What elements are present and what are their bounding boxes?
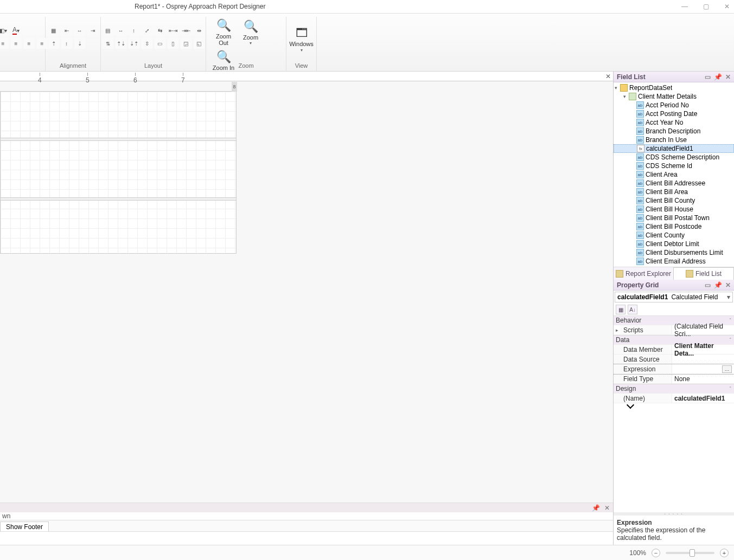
tree-node-field[interactable]: Client Bill County	[614, 196, 734, 205]
property-row-field-type[interactable]: Field Type None	[614, 374, 734, 384]
center-vert-button[interactable]: ▯	[168, 38, 178, 49]
close-icon[interactable]: ✕	[725, 73, 731, 81]
pin-icon[interactable]: 📌	[714, 73, 722, 81]
property-value[interactable]: None	[672, 374, 734, 383]
alphabetical-button[interactable]: A↓	[628, 305, 637, 314]
tree-node-field[interactable]: Client Email Address	[614, 257, 734, 266]
property-object-selector[interactable]: calculatedField1 Calculated Field ▾	[615, 292, 733, 302]
report-canvas[interactable]: 8	[0, 91, 237, 254]
same-width-button[interactable]: ↔	[116, 25, 126, 36]
window-position-icon[interactable]: ▭	[705, 281, 711, 289]
tree-node-field[interactable]: Client Bill Postal Town	[614, 214, 734, 222]
tree-node-dataset[interactable]: ▾ ReportDataSet	[614, 83, 734, 92]
bring-front-button[interactable]: ◲	[181, 38, 192, 49]
send-back-button[interactable]: ◱	[194, 38, 205, 49]
band-separator[interactable]	[1, 197, 236, 201]
vspace-equal-button[interactable]: ⇅	[103, 38, 113, 49]
property-value[interactable]: …	[672, 364, 734, 374]
tab-field-list[interactable]: Field List	[673, 267, 734, 280]
collapse-icon[interactable]: ˄	[729, 386, 732, 391]
vspace-dec-button[interactable]: ⇣⇡	[129, 38, 139, 49]
property-value[interactable]: Client Matter Deta...	[672, 345, 734, 354]
close-button[interactable]: ✕	[724, 3, 730, 10]
minimize-button[interactable]: —	[681, 3, 688, 10]
align-lefts-button[interactable]: ⇤	[61, 25, 72, 36]
property-value[interactable]: (Calculated Field Scri...	[672, 325, 734, 334]
property-value[interactable]: calculatedField1	[672, 394, 734, 403]
align-right-button[interactable]: ≡	[24, 38, 35, 49]
align-rights-button[interactable]: ⇥	[87, 25, 98, 36]
tab-show-footer[interactable]: Show Footer	[0, 522, 49, 531]
property-row-expression[interactable]: Expression …	[614, 364, 734, 374]
zoom-in-button[interactable]: 🔍 Zoom In	[210, 49, 237, 71]
property-row-name[interactable]: (Name) calculatedField1	[614, 394, 734, 403]
hspace-inc-button[interactable]: ⇤⇥	[168, 25, 178, 36]
tree-node-field[interactable]: Client Bill House	[614, 205, 734, 214]
tree-node-field[interactable]: Branch Description	[614, 127, 734, 136]
chevron-down-icon[interactable]: ▾	[727, 293, 730, 301]
hspace-equal-button[interactable]: ⇆	[155, 25, 165, 36]
tree-node-field[interactable]: Client Bill Postcode	[614, 222, 734, 231]
zoom-slider[interactable]	[666, 552, 714, 554]
design-close-icon[interactable]: ✕	[605, 73, 611, 80]
ellipsis-button[interactable]: …	[722, 365, 732, 373]
windows-button[interactable]: 🗔 Windows ▾	[289, 25, 315, 52]
tree-node-field[interactable]: CDS Scheme Description	[614, 153, 734, 162]
hspace-remove-button[interactable]: ⇹	[194, 25, 205, 36]
align-to-grid-button[interactable]: ▦	[48, 25, 59, 36]
zoom-minus-button[interactable]: −	[652, 549, 660, 557]
same-height-button[interactable]: ↕	[129, 25, 139, 36]
tree-node-field[interactable]: Acct Period No	[614, 101, 734, 110]
align-center-button[interactable]: ≡	[11, 38, 22, 49]
tree-node-field[interactable]: Client County	[614, 231, 734, 240]
categorized-button[interactable]: ▦	[616, 305, 626, 314]
property-row-scripts[interactable]: ▸ Scripts (Calculated Field Scri...	[614, 325, 734, 335]
zoom-plus-button[interactable]: +	[720, 549, 729, 557]
property-row-data-member[interactable]: Data Member Client Matter Deta...	[614, 345, 734, 355]
vspace-inc-button[interactable]: ⇡⇣	[116, 38, 126, 49]
align-middles-button[interactable]: ↕	[61, 38, 72, 49]
align-bottoms-button[interactable]: ⇣	[74, 38, 85, 49]
align-centers-button[interactable]: ↔	[74, 25, 85, 36]
property-value[interactable]	[672, 355, 734, 364]
pin-icon[interactable]: 📌	[592, 504, 600, 512]
font-color-button[interactable]: A▾	[11, 25, 22, 36]
close-icon[interactable]: ✕	[604, 504, 610, 512]
filter-body	[0, 532, 613, 545]
zoom-out-button[interactable]: 🔍 Zoom Out	[210, 18, 237, 46]
hspace-dec-button[interactable]: ⇥⇤	[181, 25, 192, 36]
expand-icon[interactable]: ▸	[614, 325, 620, 334]
tree-node-field[interactable]: Client Bill Addressee	[614, 179, 734, 188]
size-to-grid-button[interactable]: ▤	[103, 25, 113, 36]
tab-report-explorer[interactable]: Report Explorer	[614, 267, 673, 280]
tree-node-table[interactable]: ▾ Client Matter Details	[614, 92, 734, 101]
close-icon[interactable]: ✕	[725, 281, 731, 289]
tree-node-field[interactable]: Acct Year No	[614, 118, 734, 127]
tree-node-field[interactable]: Branch In Use	[614, 136, 734, 144]
center-horiz-button[interactable]: ▭	[155, 38, 165, 49]
tree-node-field[interactable]: calculatedField1	[614, 144, 734, 153]
collapse-icon[interactable]: ▾	[615, 85, 620, 91]
align-tops-button[interactable]: ⇡	[48, 38, 59, 49]
window-position-icon[interactable]: ▭	[705, 73, 711, 81]
property-row-data-source[interactable]: Data Source	[614, 355, 734, 364]
category-design[interactable]: Design ˄	[614, 384, 734, 394]
align-left-button[interactable]: ≡	[0, 38, 9, 49]
same-size-button[interactable]: ⤢	[142, 25, 152, 36]
maximize-button[interactable]: ▢	[703, 3, 709, 10]
band-separator[interactable]	[1, 138, 236, 141]
field-tree[interactable]: ▾ ReportDataSet ▾ Client Matter Details …	[614, 82, 734, 267]
tree-node-field[interactable]: Acct Posting Date	[614, 110, 734, 118]
tree-node-field[interactable]: Client Debtor Limit	[614, 240, 734, 248]
design-surface[interactable]: ✕ 4 5 6 7 8 📌 ✕ wn Show Footer	[0, 72, 613, 545]
pin-icon[interactable]: 📌	[714, 281, 722, 289]
zoom-slider-thumb[interactable]	[690, 549, 695, 557]
tree-node-field[interactable]: Client Disbursements Limit	[614, 248, 734, 257]
collapse-icon[interactable]: ▾	[623, 94, 629, 99]
tree-node-field[interactable]: CDS Scheme Id	[614, 162, 734, 170]
tree-node-field[interactable]: Client Area	[614, 170, 734, 179]
tree-node-field[interactable]: Client Bill Area	[614, 188, 734, 196]
vspace-remove-button[interactable]: ⇳	[142, 38, 152, 49]
zoom-button[interactable]: 🔍 Zoom ▾	[240, 19, 261, 46]
fill-color-button[interactable]: ◧▾	[0, 25, 9, 36]
